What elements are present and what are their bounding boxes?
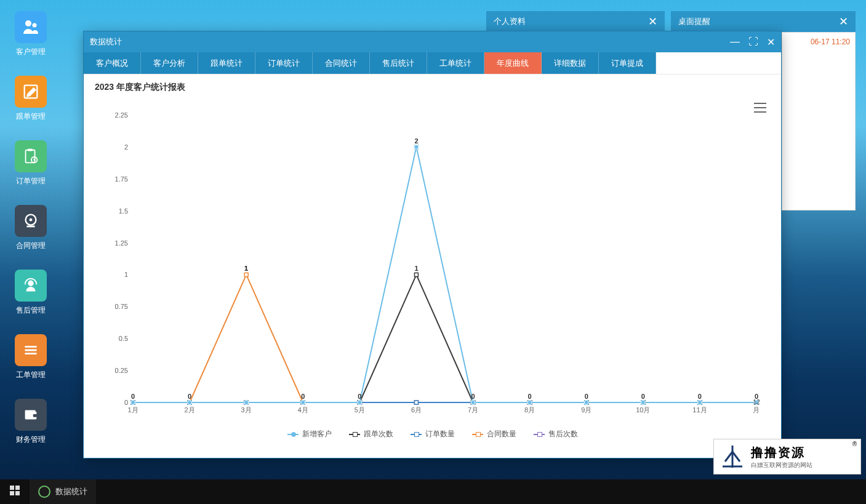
sidebar-item-workorders[interactable]: 工单管理 xyxy=(15,334,47,380)
x-tick-label: 5月 xyxy=(355,406,365,415)
tab-order-stats[interactable]: 订单统计 xyxy=(255,52,313,74)
sidebar-label: 售后管理 xyxy=(15,305,47,316)
chart-svg xyxy=(133,115,756,402)
data-label: 0 xyxy=(301,393,305,400)
tab-customer-overview[interactable]: 客户概况 xyxy=(84,52,141,74)
legend-item[interactable]: 订单数量 xyxy=(411,429,455,439)
legend-item[interactable]: 售后次数 xyxy=(534,429,578,439)
x-tick-label: 9月 xyxy=(581,406,591,415)
sidebar-item-aftersales[interactable]: 售后管理 xyxy=(15,270,47,316)
svg-point-1 xyxy=(33,23,37,28)
x-tick-label: 12月 xyxy=(753,398,760,415)
x-tick-label: 11月 xyxy=(692,406,707,415)
data-label: 0 xyxy=(755,393,758,400)
svg-point-6 xyxy=(33,159,35,161)
close-icon[interactable]: ✕ xyxy=(648,11,657,32)
sidebar-label: 合同管理 xyxy=(15,241,47,251)
sidebar-item-customers[interactable]: 客户管理 xyxy=(15,11,47,57)
taskbar-app[interactable]: 数据统计 xyxy=(30,479,96,504)
sidebar-label: 财务管理 xyxy=(15,434,47,445)
x-tick-label: 10月 xyxy=(636,406,650,415)
x-tick-label: 7月 xyxy=(468,406,478,415)
watermark: 撸撸资源 白嫖互联网资源的网站 ® xyxy=(713,439,861,474)
x-tick-label: 1月 xyxy=(127,406,138,415)
svg-point-78 xyxy=(188,401,192,405)
maximize-icon[interactable]: ⛶ xyxy=(748,36,758,48)
sidebar-item-orders[interactable]: 订单管理 xyxy=(15,140,47,186)
legend-item[interactable]: 跟单次数 xyxy=(349,429,393,439)
legend-swatch-icon xyxy=(534,434,545,435)
tab-followup-stats[interactable]: 跟单统计 xyxy=(198,52,255,74)
svg-point-81 xyxy=(358,401,362,405)
legend-label: 新增客户 xyxy=(302,429,332,439)
svg-rect-58 xyxy=(414,273,418,276)
start-button[interactable] xyxy=(0,486,30,498)
x-tick-label: 4月 xyxy=(298,406,308,415)
legend-swatch-icon xyxy=(287,434,299,435)
close-icon[interactable]: ✕ xyxy=(839,11,848,32)
people-icon xyxy=(15,11,47,43)
x-tick-label: 6月 xyxy=(411,406,422,415)
clipboard-gear-icon xyxy=(15,140,47,172)
legend-label: 订单数量 xyxy=(425,429,455,439)
tab-workorder-stats[interactable]: 工单统计 xyxy=(427,52,484,74)
minimize-icon[interactable]: — xyxy=(730,36,740,48)
data-label: 0 xyxy=(641,393,645,400)
sidebar-item-followup[interactable]: 跟单管理 xyxy=(15,76,47,122)
legend-item[interactable]: 合同数量 xyxy=(472,429,516,439)
headset-icon xyxy=(15,270,47,302)
data-label: 0 xyxy=(358,393,361,400)
sidebar-label: 跟单管理 xyxy=(15,111,47,122)
svg-point-77 xyxy=(131,401,135,405)
list-icon xyxy=(15,334,47,366)
y-tick-label: 1.75 xyxy=(108,175,128,183)
svg-point-86 xyxy=(641,401,645,405)
svg-rect-9 xyxy=(26,226,34,228)
legend-item[interactable]: 新增客户 xyxy=(287,429,332,439)
svg-point-85 xyxy=(584,401,588,405)
data-label: 0 xyxy=(188,393,191,400)
disc-icon xyxy=(15,205,47,237)
svg-rect-46 xyxy=(414,401,418,404)
stats-window: 数据统计 — ⛶ ✕ 客户概况 客户分析 跟单统计 订单统计 合同统计 售后统计… xyxy=(83,31,782,458)
chart-legend: 新增客户跟单次数订单数量合同数量售后次数 xyxy=(84,428,781,440)
data-label: 0 xyxy=(131,393,135,400)
tab-aftersales-stats[interactable]: 售后统计 xyxy=(370,52,427,74)
titlebar[interactable]: 数据统计 — ⛶ ✕ xyxy=(84,31,781,52)
y-tick-label: 1 xyxy=(108,271,128,278)
y-tick-label: 1.25 xyxy=(108,239,128,247)
chart-area: 00.250.50.7511.251.51.7522.251月2月3月4月5月6… xyxy=(84,97,781,458)
tab-detail-data[interactable]: 详细数据 xyxy=(542,52,599,74)
tab-annual-curve[interactable]: 年度曲线 xyxy=(484,52,542,74)
watermark-title: 撸撸资源 xyxy=(751,444,812,461)
legend-label: 售后次数 xyxy=(548,429,578,439)
close-icon[interactable]: ✕ xyxy=(767,36,775,48)
y-tick-label: 2.25 xyxy=(108,111,128,119)
svg-point-84 xyxy=(527,401,532,405)
svg-point-10 xyxy=(28,281,33,286)
svg-point-80 xyxy=(301,401,305,405)
svg-point-83 xyxy=(471,401,475,405)
sidebar-item-contracts[interactable]: 合同管理 xyxy=(15,205,47,251)
watermark-reg: ® xyxy=(852,441,857,447)
data-label: 1 xyxy=(414,265,418,272)
svg-point-87 xyxy=(697,401,702,405)
y-tick-label: 0.25 xyxy=(108,367,128,374)
svg-rect-31 xyxy=(244,273,248,276)
wallet-icon xyxy=(15,399,47,431)
taskbar: 数据统计 xyxy=(0,479,866,504)
svg-rect-3 xyxy=(26,150,35,163)
data-label: 0 xyxy=(585,393,588,400)
profile-panel-title: 个人资料 xyxy=(494,11,526,32)
data-label: 1 xyxy=(244,265,248,272)
tab-order-commission[interactable]: 订单提成 xyxy=(599,52,656,74)
tabs: 客户概况 客户分析 跟单统计 订单统计 合同统计 售后统计 工单统计 年度曲线 … xyxy=(84,52,781,74)
reminder-panel-header: 桌面提醒 ✕ xyxy=(671,11,856,32)
window-title: 数据统计 xyxy=(90,36,122,47)
sidebar-item-finance[interactable]: 财务管理 xyxy=(15,399,47,445)
tab-customer-analysis[interactable]: 客户分析 xyxy=(141,52,198,74)
tab-contract-stats[interactable]: 合同统计 xyxy=(313,52,370,74)
svg-rect-4 xyxy=(28,149,33,151)
chart-menu-icon[interactable] xyxy=(754,103,766,113)
chart-plot: 00.250.50.7511.251.51.7522.251月2月3月4月5月6… xyxy=(133,115,756,402)
